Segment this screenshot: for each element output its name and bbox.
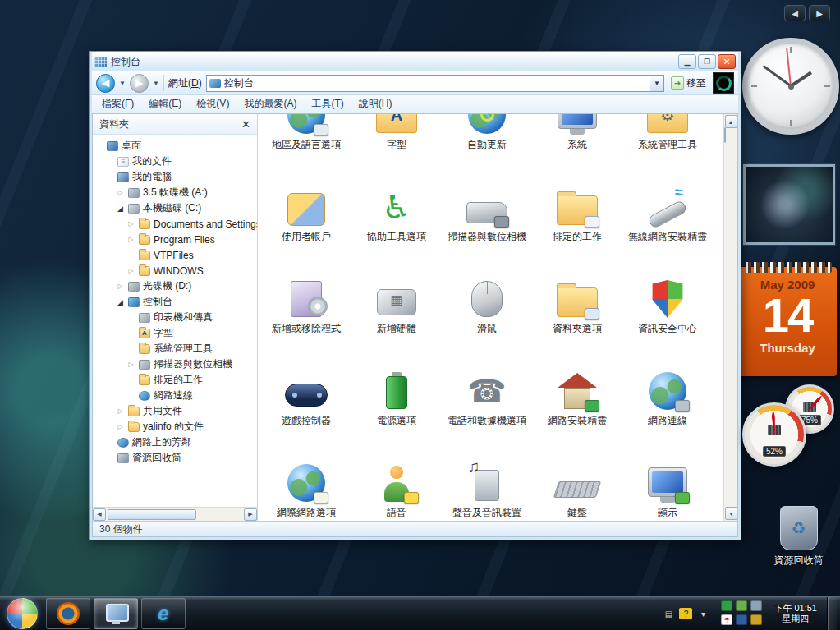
taskbar-app-firefox[interactable] <box>46 598 90 629</box>
address-input[interactable]: 控制台 ▼ <box>206 75 664 92</box>
tree-item[interactable]: 系統管理工具 <box>93 341 257 356</box>
grid-item[interactable]: ☎電話和數據機選項 <box>442 370 532 462</box>
grid-item[interactable]: 使用者帳戶 <box>261 186 351 278</box>
tree-expand-arrow[interactable]: ▷ <box>126 236 135 243</box>
taskbar-app-explorer[interactable] <box>94 598 138 629</box>
tree-item[interactable]: 我的電腦 <box>93 169 257 185</box>
grid-item[interactable]: 滑鼠 <box>442 278 532 370</box>
avira-antivirus-tray-icon[interactable]: ☂ <box>721 614 732 625</box>
grid-item[interactable]: ♫聲音及音訊裝置 <box>442 462 532 521</box>
vertical-scroll-thumb[interactable] <box>724 127 726 143</box>
tree-item[interactable]: ▷3.5 軟碟機 (A:) <box>93 185 257 200</box>
grid-item[interactable]: 網路安裝精靈 <box>532 370 622 462</box>
tree-item[interactable]: ▷yalinfo 的文件 <box>93 419 257 435</box>
scroll-up-icon[interactable]: ▲ <box>725 115 737 128</box>
cpu-meter-gadget[interactable]: 75% 52% <box>737 383 839 475</box>
taskbar-app-internet-explorer[interactable]: e <box>141 598 186 629</box>
network-status-tray-icon[interactable] <box>750 614 762 625</box>
vertical-scrollbar[interactable]: ▲ ▼ <box>723 114 737 521</box>
address-dropdown-icon[interactable]: ▼ <box>650 76 663 91</box>
picture-frame-gadget[interactable] <box>743 164 835 245</box>
forward-button[interactable]: ▶ <box>130 74 149 93</box>
grid-item[interactable]: 顯示 <box>622 462 713 521</box>
tree-expand-arrow[interactable]: ◢ <box>116 298 125 306</box>
tree-item[interactable]: VTPFiles <box>93 247 257 263</box>
close-button[interactable]: ✕ <box>718 54 736 69</box>
tree-item[interactable]: 資源回收筒 <box>93 450 257 466</box>
tree-item[interactable]: ▷Program Files <box>93 232 257 247</box>
recycle-bin[interactable]: ♻ 資源回收筒 <box>764 506 833 568</box>
grid-item[interactable]: ♿協助工具選項 <box>351 186 442 278</box>
grid-item[interactable]: 網路連線 <box>622 370 713 462</box>
tree-expand-arrow[interactable]: ▷ <box>126 220 135 228</box>
menu-item-T[interactable]: 工具(T) <box>304 95 351 113</box>
grid-item[interactable]: ↻自動更新 <box>442 114 532 186</box>
menu-item-A[interactable]: 我的最愛(A) <box>236 95 304 113</box>
tree-item[interactable]: 印表機和傳真 <box>93 310 257 325</box>
back-button[interactable]: ◀ <box>96 74 115 93</box>
horizontal-scroll-thumb[interactable] <box>108 509 196 520</box>
folders-close-icon[interactable]: ✕ <box>241 118 250 131</box>
keyboard-indicator-icon[interactable]: ▤ <box>662 608 675 619</box>
hidden-icons-arrow[interactable]: ▾ <box>696 608 709 619</box>
menu-item-F[interactable]: 檔案(F) <box>94 95 141 113</box>
tree-item[interactable]: 排定的工作 <box>93 372 257 388</box>
tree-item[interactable]: 桌面 <box>93 138 257 154</box>
scroll-right-icon[interactable]: ▶ <box>244 508 257 521</box>
show-desktop-button[interactable] <box>827 597 837 630</box>
grid-item[interactable]: 語音 <box>351 462 442 521</box>
start-button[interactable] <box>7 598 38 629</box>
tree-item[interactable]: A字型 <box>93 325 257 341</box>
tree-expand-arrow[interactable]: ▷ <box>116 283 125 290</box>
grid-item[interactable]: 掃描器與數位相機 <box>442 186 532 278</box>
tree-expand-arrow[interactable]: ▷ <box>116 423 125 430</box>
tree-expand-arrow[interactable]: ▷ <box>116 407 125 415</box>
tree-item[interactable]: 網路上的芳鄰 <box>93 435 257 450</box>
desktop[interactable]: { "window": { "title": "控制台", "toolbar":… <box>0 0 840 630</box>
taskbar-clock[interactable]: 下午 01:51 星期四 <box>773 603 817 624</box>
device-tray-icon[interactable] <box>750 600 762 611</box>
grid-item[interactable]: 遊戲控制器 <box>261 370 351 462</box>
tree-item[interactable]: ▷WINDOWS <box>93 263 257 278</box>
menu-item-V[interactable]: 檢視(V) <box>189 95 236 113</box>
grid-item[interactable]: ⚙系統管理工具 <box>622 114 713 186</box>
tree-expand-arrow[interactable]: ▷ <box>126 361 135 368</box>
menu-item-H[interactable]: 說明(H) <box>351 95 400 113</box>
calendar-gadget[interactable]: May 2009 14 Thursday <box>738 267 837 376</box>
tree-item[interactable]: ≡我的文件 <box>93 154 257 169</box>
grid-item[interactable]: 地區及語言選項 <box>261 114 351 186</box>
tree-item[interactable]: ◢本機磁碟 (C:) <box>93 200 257 216</box>
grid-item[interactable]: 排定的工作 <box>532 186 622 278</box>
grid-item[interactable]: 電源選項 <box>351 370 442 462</box>
tree-item[interactable]: 網路連線 <box>93 388 257 403</box>
menu-item-E[interactable]: 編輯(E) <box>141 95 189 113</box>
title-bar[interactable]: 控制台 ▁ ❐ ✕ <box>92 52 738 71</box>
grid-item[interactable]: ≈無線網路安裝精靈 <box>622 186 713 278</box>
grid-item[interactable]: 網際網路選項 <box>261 462 351 521</box>
gadget-next-icon[interactable]: ▶ <box>809 5 830 21</box>
tree-item[interactable]: ▷Documents and Settings <box>93 216 257 232</box>
horizontal-scrollbar[interactable]: ◀ ▶ <box>93 507 257 521</box>
security-update-tray-icon[interactable] <box>736 600 747 611</box>
scroll-down-icon[interactable]: ▼ <box>725 507 737 520</box>
help-icon[interactable]: ? <box>679 608 692 619</box>
grid-item[interactable]: 資訊安全中心 <box>622 278 713 370</box>
grid-item[interactable]: 資料夾選項 <box>532 278 622 370</box>
grid-item[interactable]: 系統 <box>532 114 622 186</box>
tree-expand-arrow[interactable]: ◢ <box>116 205 125 213</box>
clock-gadget[interactable] <box>742 38 839 135</box>
tree-expand-arrow[interactable]: ▷ <box>116 189 125 196</box>
grid-item[interactable]: 鍵盤 <box>532 462 622 521</box>
display-tray-icon[interactable] <box>721 600 732 611</box>
program-tray-icon[interactable] <box>736 614 747 625</box>
go-button[interactable]: ➜ 移至 <box>668 76 709 91</box>
tree-expand-arrow[interactable]: ▷ <box>126 267 135 274</box>
grid-item[interactable]: A字型 <box>351 114 442 186</box>
forward-dropdown-icon[interactable]: ▼ <box>153 80 159 87</box>
grid-item[interactable]: ▦新增硬體 <box>351 278 442 370</box>
tree-item[interactable]: ▷光碟機 (D:) <box>93 278 257 294</box>
tree-item[interactable]: ◢控制台 <box>93 294 257 310</box>
tree-item[interactable]: ▷掃描器與數位相機 <box>93 356 257 372</box>
tree-item[interactable]: ▷共用文件 <box>93 403 257 419</box>
back-dropdown-icon[interactable]: ▼ <box>119 80 126 87</box>
